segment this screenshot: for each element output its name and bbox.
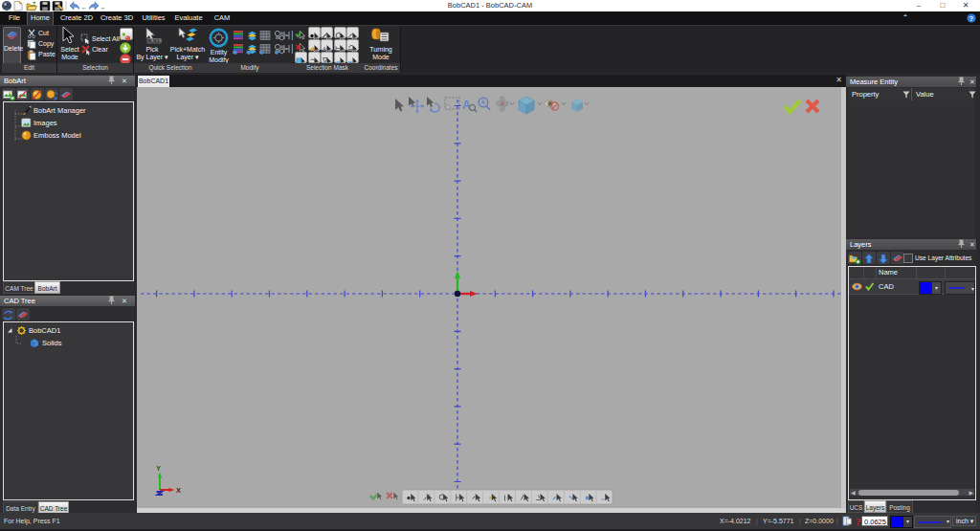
svg-text:?: ? bbox=[856, 516, 861, 526]
svg-text:X: X bbox=[176, 486, 181, 495]
svg-text:LAYER: LAYER bbox=[148, 38, 161, 43]
svg-text:A: A bbox=[462, 99, 471, 112]
svg-text:Y: Y bbox=[156, 464, 161, 473]
svg-text:?: ? bbox=[969, 15, 973, 22]
